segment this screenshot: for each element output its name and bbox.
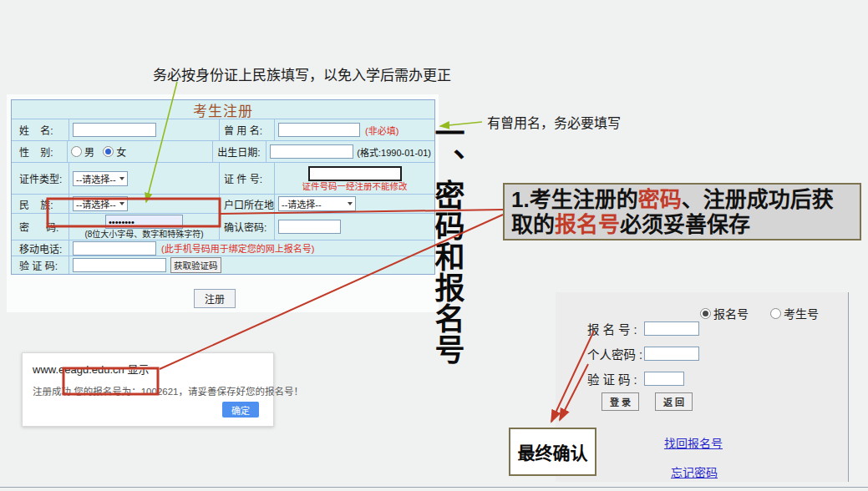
mobile-hint: (此手机号码用于绑定您的网上报名号) — [161, 241, 314, 255]
dropdown-arrow-icon — [119, 202, 124, 205]
radio-checked-icon — [700, 308, 711, 319]
login-captcha-row: 验 证 码 : — [587, 370, 684, 387]
id-no-label: 证 件 号: — [220, 163, 275, 194]
instruction-text: 必须妥善保存 — [620, 212, 750, 237]
gender-female-radio[interactable]: 女 — [103, 144, 126, 159]
nation-select-value: --请选择-- — [76, 197, 116, 210]
browser-alert-dialog: www.eeagd.edu.cn 显示 注册成功 您的报名号为：1002621，… — [22, 352, 274, 427]
birth-input[interactable] — [270, 144, 353, 159]
login-buttons: 登 录 返 回 — [602, 392, 693, 411]
gender-male-label: 男 — [84, 144, 94, 159]
nation-label: 民 族: — [12, 195, 69, 213]
password-hint: (8位大小字母、数字和特殊字符) — [84, 230, 203, 239]
radio-icon — [770, 308, 781, 319]
get-captcha-button[interactable]: 获取验证码 — [170, 257, 221, 273]
registration-page: 考生注册 姓 名: 曾 用 名: (非必填) 性 别: 男 女 出生日期: (格… — [7, 94, 439, 312]
row-gender-birth: 性 别: 男 女 出生日期: (格式:1990-01-01) — [12, 140, 434, 162]
residence-label: 户口所在地: — [220, 195, 275, 213]
login-type-kaosheng-radio[interactable]: 考生号 — [770, 305, 819, 321]
captcha-label: 验 证 码: — [12, 256, 69, 274]
login-password-label: 个人密码 : — [587, 345, 644, 362]
former-name-note: 有曾用名，务必要填写 — [487, 112, 621, 132]
login-baoming-input[interactable] — [644, 321, 699, 336]
nation-select[interactable]: --请选择-- — [73, 196, 128, 211]
id-type-select-value: --请选择-- — [76, 172, 116, 185]
gender-male-radio[interactable]: 男 — [71, 144, 94, 159]
row-captcha: 验 证 码: 获取验证码 — [12, 256, 434, 274]
id-no-input[interactable] — [308, 166, 402, 181]
final-confirm-box: 最终确认 — [509, 428, 596, 476]
dropdown-arrow-icon — [348, 202, 353, 205]
login-captcha-input[interactable] — [644, 372, 684, 386]
login-panel: 报名号 考生号 报 名 号 : 个人密码 : 验 证 码 : 登 录 返 回 找… — [556, 292, 849, 482]
login-password-row: 个人密码 : — [587, 345, 699, 362]
id-type-select[interactable]: --请选择-- — [73, 171, 128, 186]
login-type-baoming-radio[interactable]: 报名号 — [700, 305, 749, 321]
password-input[interactable] — [105, 215, 183, 229]
dialog-message-baoming-number: 您的报名号为：1002621 — [74, 387, 178, 397]
back-button[interactable]: 返 回 — [655, 392, 693, 411]
row-nation-residence: 民 族: --请选择-- 户口所在地: --请选择-- — [12, 194, 434, 213]
dialog-message-prefix: 注册成功 — [33, 387, 74, 397]
nationality-note: 务必按身份证上民族填写，以免入学后需办更正 — [153, 63, 451, 84]
mobile-input[interactable] — [73, 241, 156, 256]
gender-female-label: 女 — [116, 144, 126, 159]
find-baoming-link[interactable]: 找回报名号 — [664, 434, 723, 451]
register-button[interactable]: 注册 — [194, 289, 236, 308]
row-idtype-idno: 证件类型: --请选择-- 证 件 号: 证件号码一经注册不能修改 — [12, 162, 434, 194]
birth-label: 出生日期: — [213, 141, 266, 162]
mobile-label: 移动电话: — [12, 240, 69, 256]
name-label: 姓 名: — [12, 119, 69, 140]
row-name: 姓 名: 曾 用 名: (非必填) — [12, 119, 434, 140]
forgot-password-link[interactable]: 忘记密码 — [671, 463, 718, 480]
dialog-message-suffix: ，请妥善保存好您的报名号！ — [178, 387, 303, 397]
instruction-box: 1.考生注册的密码、注册成功后获取的报名号必须妥善保存 — [503, 183, 861, 240]
dialog-message: 注册成功 您的报名号为：1002621，请妥善保存好您的报名号！ — [33, 384, 263, 397]
former-name-hint: (非必填) — [365, 124, 398, 137]
login-button[interactable]: 登 录 — [602, 392, 639, 411]
radio-icon — [71, 146, 82, 157]
dialog-ok-button[interactable]: 确定 — [222, 402, 259, 418]
captcha-input[interactable] — [73, 258, 166, 272]
login-type-radios: 报名号 考生号 — [700, 305, 819, 321]
radio-checked-icon — [103, 146, 114, 157]
registration-form-title: 考生注册 — [12, 100, 434, 119]
id-no-hint: 证件号码一经注册不能修改 — [302, 182, 408, 191]
instruction-baoming-red: 报名号 — [555, 212, 620, 237]
login-type-baoming-label: 报名号 — [713, 305, 749, 321]
section-title-vertical: 一、密码和报名号 — [426, 118, 467, 398]
row-password: 密 码: (8位大小字母、数字和特殊字符) 确认密码: — [12, 213, 434, 240]
row-mobile: 移动电话: (此手机号码用于绑定您的网上报名号) — [12, 240, 434, 256]
confirm-password-input[interactable] — [278, 220, 341, 234]
gender-label: 性 别: — [12, 141, 68, 162]
instruction-text: 1.考生注册的 — [511, 187, 638, 212]
login-baoming-label: 报 名 号 : — [587, 320, 644, 337]
password-label: 密 码: — [12, 214, 69, 240]
confirm-password-label: 确认密码: — [220, 214, 275, 240]
login-baoming-row: 报 名 号 : — [587, 320, 699, 337]
dropdown-arrow-icon — [119, 177, 124, 180]
name-input[interactable] — [73, 123, 156, 137]
id-type-label: 证件类型: — [12, 163, 69, 194]
dialog-title: www.eeagd.edu.cn 显示 — [33, 361, 263, 377]
tutorial-slide: 务必按身份证上民族填写，以免入学后需办更正 考生注册 姓 名: 曾 用 名: (… — [0, 0, 868, 491]
login-password-input[interactable] — [644, 347, 699, 361]
residence-select-value: --请选择-- — [282, 197, 322, 210]
residence-select[interactable]: --请选择-- — [278, 196, 356, 211]
birth-format-hint: (格式:1990-01-01) — [357, 145, 431, 159]
login-captcha-label: 验 证 码 : — [587, 370, 644, 387]
former-name-input[interactable] — [278, 123, 360, 137]
login-type-kaosheng-label: 考生号 — [784, 305, 819, 321]
slide-bottom-border — [0, 487, 868, 488]
instruction-password-red: 密码 — [638, 187, 682, 212]
registration-form: 考生注册 姓 名: 曾 用 名: (非必填) 性 别: 男 女 出生日期: (格… — [11, 99, 435, 275]
former-name-label: 曾 用 名: — [220, 119, 275, 140]
